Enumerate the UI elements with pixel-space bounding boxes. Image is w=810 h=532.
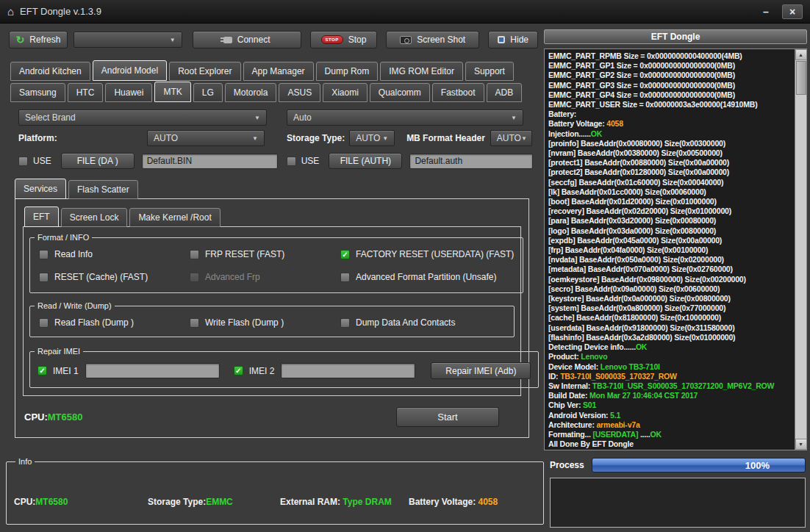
checkbox-box[interactable]	[190, 250, 199, 259]
checkbox-box[interactable]	[287, 157, 296, 166]
repair-imei-adb-button[interactable]: Repair IMEI (Adb)	[431, 362, 531, 379]
chevron-down-icon	[252, 135, 258, 142]
log-line: ID: TB3-710I_S000035_170327_ROW	[548, 372, 793, 381]
tab-eft[interactable]: EFT	[24, 206, 59, 227]
info-items: CPU:MT6580Storage Type:EMMCExternal RAM:…	[11, 497, 539, 507]
checkbox-box[interactable]	[39, 318, 49, 328]
tab-support[interactable]: Support	[465, 62, 514, 81]
checkbox-box[interactable]	[190, 318, 199, 328]
checkbox-box[interactable]	[190, 273, 199, 282]
tab-android-kitchen[interactable]: Android Kitchen	[10, 62, 90, 81]
log-line: [seccfg] BaseAddr(0x01c60000) Size(0x000…	[548, 178, 793, 187]
hide-button[interactable]: Hide	[488, 31, 538, 48]
close-button[interactable]: ×	[782, 4, 803, 19]
checkbox-label: Read Flash (Dump )	[54, 317, 134, 328]
log-line: EMMC_PART_GP3 Size = 0x0000000000000000(…	[548, 81, 793, 90]
log-scrollbar[interactable]	[795, 49, 806, 450]
checkbox-box[interactable]	[340, 318, 350, 328]
imei1-checkbox[interactable]: IMEI 1	[37, 366, 79, 376]
hide-icon	[498, 36, 505, 43]
minimize-button[interactable]: –	[756, 4, 776, 19]
tab-services[interactable]: Services	[15, 179, 66, 199]
inner-tab-bar: EFTScreen LockMake Kernel /Root	[21, 206, 523, 227]
tab-root-explorer[interactable]: Root Explorer	[169, 62, 240, 81]
log-line: [system] BaseAddr(0x0a800000) Size(0x770…	[548, 303, 793, 313]
scroll-down-icon[interactable]	[795, 439, 807, 450]
toolbar-dropdown[interactable]	[74, 32, 182, 48]
cpu-status-row: CPU: MT6580 Start	[24, 407, 520, 427]
checkbox-box[interactable]	[39, 250, 49, 259]
tab-htc[interactable]: HTC	[68, 83, 104, 102]
auth-file-input[interactable]	[409, 154, 533, 169]
start-button[interactable]: Start	[396, 407, 499, 427]
checkbox-advanced-format-partition-unsafe[interactable]: Advanced Format Partition (Unsafe)	[340, 272, 514, 282]
tab-adb[interactable]: ADB	[487, 83, 523, 102]
eft-tab-page: Format / INFO Read InfoFRP RESET (FAST)F…	[23, 226, 521, 396]
eft-dongle-window: { "colors": {"green": "#35d435", "orange…	[0, 0, 810, 532]
tab-motorola[interactable]: Motorola	[225, 83, 277, 102]
da-file-input[interactable]	[142, 154, 278, 169]
tab-lg[interactable]: LG	[193, 83, 223, 102]
mb-format-select[interactable]: AUTO	[490, 130, 532, 146]
checkbox-box[interactable]	[234, 366, 243, 375]
checkbox-box[interactable]	[39, 273, 49, 282]
storage-type-value: AUTO	[356, 133, 380, 143]
brand-select[interactable]: Select Brand	[18, 109, 267, 126]
checkbox-read-info[interactable]: Read Info	[39, 249, 190, 259]
checkbox-reset-cache-fast[interactable]: RESET (Cache) (FAST)	[39, 272, 190, 282]
tab-mtk[interactable]: MTK	[154, 82, 190, 102]
file-da-button[interactable]: FILE (DA )	[61, 153, 135, 169]
checkbox-box[interactable]	[340, 250, 350, 259]
window-controls: – ×	[756, 4, 803, 19]
brand-select-value: Select Brand	[25, 112, 76, 123]
checkbox-write-flash-dump[interactable]: Write Flash (Dump )	[190, 317, 340, 328]
use-da-checkbox[interactable]: USE	[18, 156, 51, 166]
log-line: EMMC_PART_RPMB Size = 0x0000000000400000…	[548, 51, 793, 61]
tab-android-model[interactable]: Android Model	[93, 60, 167, 81]
tab-asus[interactable]: ASUS	[279, 83, 320, 102]
log-line: [logo] BaseAddr(0x03da0000) Size(0x00800…	[548, 226, 793, 236]
checkbox-box[interactable]	[340, 273, 350, 282]
platform-select[interactable]: AUTO	[147, 130, 265, 146]
model-select[interactable]: Auto	[287, 109, 523, 126]
checkbox-dump-data-and-contacts[interactable]: Dump Data And Contacts	[340, 317, 505, 328]
log-line: Android Version: 5.1	[548, 411, 793, 420]
checkbox-advanced-frp[interactable]: Advanced Frp	[190, 272, 340, 282]
log-line: [protect2] BaseAddr(0x01280000) Size(0x0…	[548, 168, 793, 177]
tab-qualcomm[interactable]: Qualcomm	[370, 83, 430, 102]
scrollbar-thumb[interactable]	[796, 61, 806, 95]
tab-dump-rom[interactable]: Dump Rom	[316, 62, 379, 81]
checkbox-box[interactable]	[18, 157, 28, 166]
form-area: Select Brand Auto Platform: AUTO Storage…	[6, 102, 541, 169]
tab-samsung[interactable]: Samsung	[10, 83, 65, 102]
read-write-checkboxes: Read Flash (Dump )Write Flash (Dump )Dum…	[30, 310, 514, 337]
log-line: Injection......OK	[548, 129, 793, 139]
use-auth-checkbox[interactable]: USE	[287, 156, 320, 166]
read-write-legend: Read / Write (Dump)	[35, 301, 115, 310]
imei1-input[interactable]	[85, 363, 220, 378]
scroll-up-icon[interactable]	[795, 49, 807, 60]
connect-button[interactable]: Connect	[193, 31, 301, 48]
checkbox-box[interactable]	[37, 366, 47, 375]
tab-huawei[interactable]: Huawei	[105, 83, 152, 102]
imei2-checkbox[interactable]: IMEI 2	[234, 366, 275, 376]
tab-make-kernel-root[interactable]: Make Kernel /Root	[129, 208, 220, 227]
checkbox-frp-reset-fast[interactable]: FRP RESET (FAST)	[190, 249, 340, 259]
tab-xiaomi[interactable]: Xiaomi	[323, 83, 368, 102]
file-auth-button[interactable]: FILE (AUTH)	[329, 153, 402, 169]
checkbox-factory-reset-userdata-fast[interactable]: FACTORY RESET (USERDATA) (FAST)	[340, 249, 514, 259]
imei2-input[interactable]	[281, 363, 415, 378]
tab-fastboot[interactable]: Fastboot	[432, 83, 484, 102]
tab-screen-lock[interactable]: Screen Lock	[61, 208, 128, 227]
storage-type-select[interactable]: AUTO	[349, 130, 395, 146]
tab-app-manager[interactable]: App Manager	[243, 62, 314, 81]
tab-flash-scatter[interactable]: Flash Scatter	[68, 180, 138, 199]
tab-img-rom-editor[interactable]: IMG ROM Editor	[380, 62, 463, 81]
refresh-button[interactable]: ↻ Refresh	[9, 31, 68, 48]
log-line: EMMC_PART_GP4 Size = 0x0000000000000000(…	[548, 90, 793, 100]
format-info-checkboxes: Read InfoFRP RESET (FAST)FACTORY RESET (…	[30, 242, 523, 292]
screenshot-button[interactable]: Screen Shot	[386, 31, 479, 48]
chevron-down-icon	[170, 37, 176, 43]
stop-button[interactable]: STOP Stop	[310, 31, 378, 48]
checkbox-read-flash-dump[interactable]: Read Flash (Dump )	[39, 317, 190, 328]
